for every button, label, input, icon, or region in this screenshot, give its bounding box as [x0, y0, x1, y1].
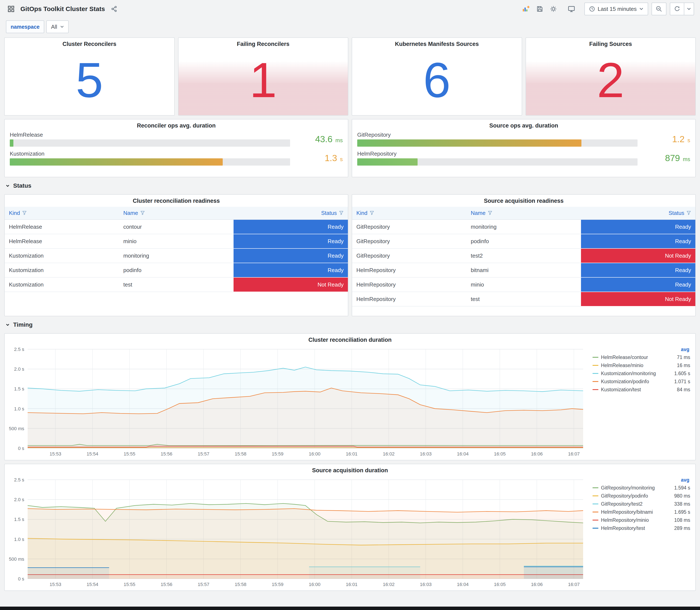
- gauge-bar: [10, 158, 223, 165]
- legend-item[interactable]: GitRepository/monitoring1.594 s: [592, 484, 690, 492]
- filter-icon[interactable]: [370, 211, 374, 215]
- column-header-kind[interactable]: Kind: [352, 207, 467, 220]
- gauge-bar: [357, 140, 582, 147]
- legend-series-avg: 1.071 s: [674, 379, 690, 385]
- panel-title[interactable]: Source acquisition duration: [5, 464, 695, 476]
- panel-title[interactable]: Reconciler ops avg. duration: [5, 119, 348, 131]
- legend-series-avg: 338 ms: [674, 501, 690, 507]
- legend-series-color: [592, 389, 599, 390]
- time-series-plot[interactable]: 15:5315:5415:5515:5615:5715:5815:5916:00…: [5, 476, 587, 588]
- legend-avg-header[interactable]: avg: [681, 347, 689, 352]
- status-cell: Ready: [581, 234, 695, 248]
- stat-panel-cluster-reconcilers: Cluster Reconcilers 5: [4, 37, 175, 116]
- svg-text:15:59: 15:59: [272, 451, 283, 456]
- row-toggle-timing[interactable]: Timing: [4, 320, 696, 330]
- panel-title[interactable]: Cluster reconciliation readiness: [5, 195, 348, 206]
- panel-title[interactable]: Failing Reconcilers: [179, 38, 348, 49]
- column-header-status[interactable]: Status: [233, 207, 348, 220]
- svg-text:16:06: 16:06: [531, 451, 543, 456]
- chevron-down-icon: [639, 7, 644, 11]
- legend-avg-header[interactable]: avg: [681, 477, 689, 483]
- legend-item[interactable]: HelmRelease/minio16 ms: [592, 361, 690, 369]
- legend-item[interactable]: GitRepository/podinfo980 ms: [592, 492, 690, 500]
- table-cell: podinfo: [119, 263, 233, 277]
- legend-item[interactable]: Kustomization/podinfo1.071 s: [592, 378, 690, 386]
- panel-title[interactable]: Kubernetes Manifests Sources: [352, 38, 522, 49]
- table-cell: Kustomization: [5, 277, 119, 292]
- panel-title[interactable]: Source ops avg. duration: [352, 119, 695, 131]
- bar-gauge-row-helmrepository: HelmRepository 879 ms: [357, 150, 690, 165]
- section-label: Timing: [13, 321, 33, 328]
- status-cell: Ready: [581, 220, 695, 234]
- svg-text:15:53: 15:53: [50, 451, 61, 456]
- svg-text:15:54: 15:54: [86, 451, 98, 456]
- gauge-label: GitRepository: [357, 131, 637, 138]
- filter-icon[interactable]: [488, 211, 492, 215]
- time-series-plot[interactable]: 15:5315:5415:5515:5615:5715:5815:5916:00…: [5, 345, 587, 458]
- legend-series-name: HelmRepository/bitnami: [601, 509, 653, 515]
- table-cell: test: [467, 292, 581, 306]
- row-toggle-status[interactable]: Status: [4, 181, 696, 191]
- table-header-row: KindNameStatus: [5, 207, 348, 220]
- svg-text:16:03: 16:03: [420, 582, 432, 587]
- svg-text:16:03: 16:03: [420, 451, 432, 456]
- cycle-view-mode-button[interactable]: [566, 4, 577, 14]
- column-header-name[interactable]: Name: [119, 207, 233, 220]
- save-dashboard-button[interactable]: [535, 4, 545, 14]
- table-row: HelmRepositoryminioReady: [352, 277, 695, 292]
- panel-title[interactable]: Cluster Reconcilers: [5, 38, 174, 49]
- filter-icon[interactable]: [339, 211, 344, 215]
- zoom-out-button[interactable]: [652, 2, 666, 15]
- legend-item[interactable]: GitRepository/test2338 ms: [592, 500, 690, 508]
- gauge-track: [357, 158, 637, 165]
- table-cell: HelmRepository: [352, 277, 467, 292]
- share-dashboard-button[interactable]: [109, 4, 119, 14]
- panel-title[interactable]: Failing Sources: [526, 38, 696, 49]
- stats-row: Cluster Reconcilers 5 Failing Reconciler…: [4, 37, 696, 116]
- legend-item[interactable]: Kustomization/monitoring1.605 s: [592, 369, 690, 378]
- panel-title[interactable]: Cluster reconciliation duration: [5, 334, 695, 345]
- refresh-interval-dropdown[interactable]: [684, 2, 694, 15]
- table-row: HelmRepositorybitnamiReady: [352, 263, 695, 277]
- add-panel-button[interactable]: [521, 4, 531, 14]
- gauge-track: [10, 158, 290, 165]
- filter-icon[interactable]: [686, 211, 691, 215]
- table-row: KustomizationtestNot Ready: [5, 277, 348, 292]
- legend-item[interactable]: HelmRelease/contour71 ms: [592, 353, 690, 361]
- filter-icon[interactable]: [22, 211, 27, 215]
- legend-item[interactable]: HelmRepository/minio108 ms: [592, 516, 690, 524]
- panel-title[interactable]: Source acquisition readiness: [352, 195, 695, 206]
- table-cell: GitRepository: [352, 220, 467, 234]
- legend-series-color: [592, 381, 599, 382]
- stat-value: 5: [5, 49, 174, 115]
- dashboards-grid-icon[interactable]: [6, 4, 16, 14]
- legend-item[interactable]: HelmRepository/bitnami1.695 s: [592, 508, 690, 516]
- namespace-variable-select[interactable]: All: [46, 20, 69, 33]
- legend-series-color: [592, 373, 599, 374]
- panel-cluster-reconciliation-readiness: Cluster reconciliation readiness KindNam…: [4, 194, 348, 316]
- column-header-kind[interactable]: Kind: [5, 207, 119, 220]
- svg-text:1.0 s: 1.0 s: [14, 537, 24, 542]
- panel-cluster-reconciliation-duration: Cluster reconciliation duration 15:5315:…: [4, 333, 696, 460]
- table-cell: Kustomization: [5, 263, 119, 277]
- status-cell: Ready: [233, 248, 348, 263]
- table-row: GitRepositorypodinfoReady: [352, 234, 695, 248]
- legend-series-avg: 71 ms: [677, 354, 690, 360]
- table-cell: HelmRepository: [352, 263, 467, 277]
- variable-label: namespace: [6, 20, 44, 33]
- column-header-status[interactable]: Status: [581, 207, 695, 220]
- filter-icon[interactable]: [140, 211, 145, 215]
- zoom-out-icon: [656, 6, 662, 12]
- refresh-button[interactable]: [670, 2, 684, 15]
- dashboard-header: GitOps Toolkit Cluster Stats Last 15 min…: [0, 0, 700, 18]
- gauge-label: HelmRelease: [10, 131, 290, 138]
- column-header-name[interactable]: Name: [467, 207, 581, 220]
- dashboard-settings-button[interactable]: [548, 4, 558, 14]
- time-range-picker[interactable]: Last 15 minutes: [584, 2, 648, 15]
- legend-item[interactable]: Kustomization/test84 ms: [592, 386, 690, 394]
- legend-item[interactable]: HelmRepository/test289 ms: [592, 524, 690, 532]
- svg-text:15:56: 15:56: [161, 451, 172, 456]
- stat-value: 6: [352, 49, 522, 115]
- legend-series-color: [592, 357, 599, 358]
- bottom-bar: [0, 607, 700, 610]
